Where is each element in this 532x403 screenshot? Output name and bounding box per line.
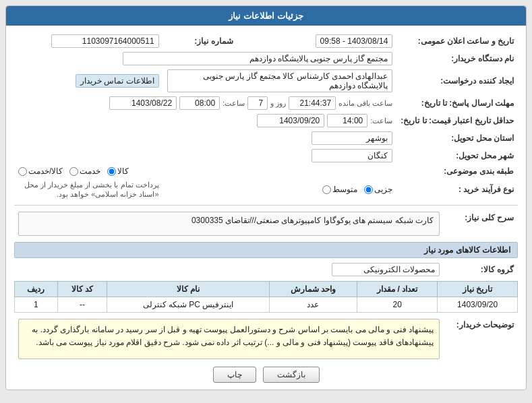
ostan-value: بوشهر bbox=[312, 131, 392, 145]
hadaghal-saat: 14:00 bbox=[327, 114, 367, 127]
col-tarikh: تاریخ نیاز bbox=[438, 282, 518, 297]
cell-tarikh: 1403/09/20 bbox=[438, 297, 518, 313]
baqi-mande-label: ساعت باقی مانده bbox=[338, 99, 392, 108]
shemare-label: شماره نیاز: bbox=[163, 32, 237, 50]
goods-table: تاریخ نیاز تعداد / مقدار واحد شمارش نام … bbox=[14, 281, 518, 313]
mohlat-date: 1403/08/22 bbox=[109, 96, 177, 110]
print-button[interactable]: چاپ bbox=[213, 367, 256, 383]
tabaghe-kala-label: کالا bbox=[117, 166, 129, 176]
goods-section-title: اطلاعات کالاهای مورد نیاز bbox=[14, 242, 518, 258]
group-kala-value: محصولات الکترونیکی bbox=[332, 263, 440, 276]
mohlat-saat: 08:00 bbox=[179, 96, 220, 110]
cell-nam-kala: اینترفیس PC شبکه کنترلی bbox=[107, 297, 269, 313]
nam-dastgah-value: مجتمع گاز پارس جنوبی پالایشگاه دوازدهم bbox=[123, 52, 392, 65]
tabaghe-kala[interactable]: کالا bbox=[107, 166, 129, 176]
tarikh-value: 1403/08/14 - 09:58 bbox=[316, 34, 393, 48]
roz-label: روز و bbox=[270, 99, 286, 108]
ettelaat-tamas-link[interactable]: اطلاعات تماس خریدار bbox=[76, 74, 159, 88]
nav-farayand-label: نوع فرآیند خرید : bbox=[396, 178, 518, 201]
shahr-label: شهر محل تحویل: bbox=[396, 147, 518, 164]
description-value: پیشنهاد فنی و مالی می بایست بر اساس شرح … bbox=[18, 319, 440, 359]
mohlat-roz: 7 bbox=[247, 96, 268, 110]
tabaghe-kala-khidmat-label: کالا/خدمت bbox=[28, 166, 63, 176]
page-title: جزئیات اطلاعات نیاز bbox=[6, 6, 526, 26]
saat-label: ساعت: bbox=[223, 99, 245, 108]
nav-motavas-label: متوسط bbox=[332, 185, 357, 194]
cell-vahed: عدد bbox=[269, 297, 357, 313]
nav-jozi-label: جزیی bbox=[374, 185, 392, 194]
col-nam-kala: نام کالا bbox=[107, 282, 269, 297]
hadaghal-date: 1403/09/20 bbox=[257, 114, 324, 127]
mohlat-remaining: 21:44:37 bbox=[289, 96, 336, 110]
sarh-value: کارت شبکه سیستم های یوکوگاوا کامپیوترهای… bbox=[18, 212, 440, 236]
ostan-label: استان محل تحویل: bbox=[396, 129, 518, 147]
description-label: توضیحات خریدار: bbox=[444, 317, 518, 361]
cell-kod-kala: -- bbox=[57, 297, 107, 313]
tabaghe-khidmat[interactable]: خدمت bbox=[69, 166, 100, 176]
mohlat-label: مهلت ارسال پاسخ: تا تاریخ: bbox=[396, 94, 518, 112]
sarh-label: سرح کلی نیاز: bbox=[444, 210, 518, 238]
hadaghal-label: حداقل تاریخ اعتبار قیمت: تا تاریخ: bbox=[396, 112, 518, 129]
nav-jozi[interactable]: جزیی bbox=[364, 185, 392, 194]
col-radif: ردیف bbox=[15, 282, 58, 297]
nav-motavas[interactable]: متوسط bbox=[322, 185, 357, 194]
shemare-value: 1103097164000511 bbox=[51, 34, 159, 48]
group-kala-label: گروه کالا: bbox=[444, 261, 518, 278]
tabaghe-kala-khidmat[interactable]: کالا/خدمت bbox=[18, 166, 63, 176]
tabaghe-label: طبقه بندی موضوعی: bbox=[396, 164, 518, 178]
ijad-konande-label: ایجاد کننده درخواست: bbox=[396, 67, 518, 94]
back-button[interactable]: بازگشت bbox=[263, 367, 320, 383]
col-vahed: واحد شمارش bbox=[269, 282, 357, 297]
purchase-note: پرداخت تمام با بخشی از مبلغ خریدار از مح… bbox=[24, 181, 158, 198]
col-kod-kala: کد کالا bbox=[57, 282, 107, 297]
tabaghe-khidmat-label: خدمت bbox=[80, 166, 100, 176]
cell-radif: 1 bbox=[15, 297, 58, 313]
shemare-niaz-label: تاریخ و ساعت اعلان عمومی: bbox=[396, 32, 518, 50]
cell-tedad: 20 bbox=[357, 297, 438, 313]
table-row: 1403/09/20 20 عدد اینترفیس PC شبکه کنترل… bbox=[15, 297, 518, 313]
saat2-label: ساعت: bbox=[370, 117, 392, 125]
col-tedad: تعداد / مقدار bbox=[357, 282, 438, 297]
nam-dastgah-label: نام دستگاه خریدار: bbox=[396, 50, 518, 67]
shahr-value: کنگان bbox=[312, 149, 392, 162]
ijad-konande-value: عبدالهادی احمدی کارشناس کالا مجتمع گاز پ… bbox=[167, 69, 393, 92]
